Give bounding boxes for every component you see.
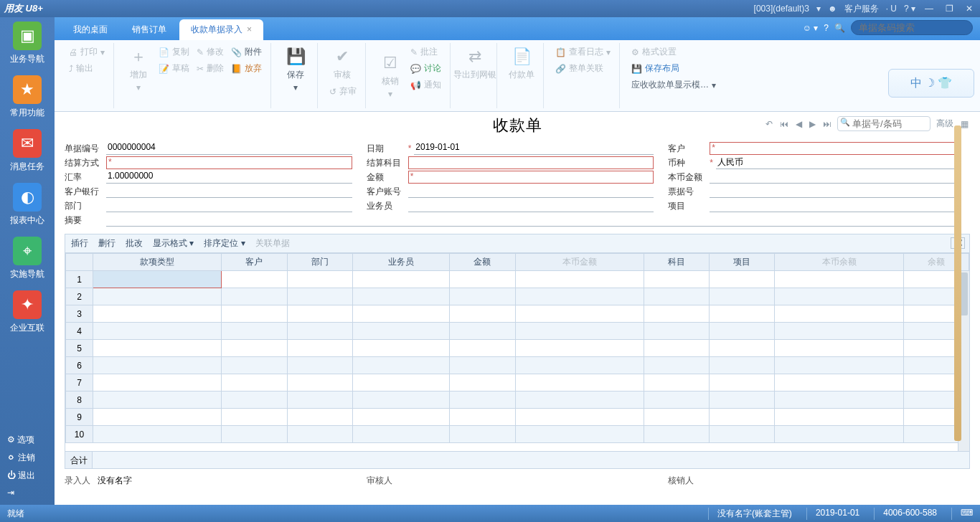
copy-button[interactable]: 📄 复制	[156, 44, 192, 60]
table-row[interactable]: 4	[66, 323, 969, 340]
audit-button[interactable]: ✔审核	[326, 44, 358, 82]
table-row[interactable]: 6	[66, 357, 969, 374]
barcode-search-input[interactable]	[851, 20, 973, 35]
bus-field[interactable]	[408, 199, 654, 212]
down-icon[interactable]: ▾	[816, 4, 821, 14]
table-row[interactable]: 7	[66, 374, 969, 392]
options-button[interactable]: ⚙ 选项	[0, 431, 55, 449]
undo-icon[interactable]: ↶	[764, 118, 774, 130]
service-label[interactable]: 客户服务	[844, 3, 879, 15]
col-subject[interactable]: 科目	[644, 254, 709, 271]
col-project[interactable]: 项目	[710, 254, 775, 271]
dept-field[interactable]	[106, 199, 352, 212]
status-kb-icon[interactable]: ⌨	[951, 508, 973, 520]
table-row[interactable]: 9	[66, 409, 969, 426]
u-icon[interactable]: · U	[886, 4, 897, 14]
approve-button[interactable]: ✎ 批注	[407, 44, 444, 60]
discard-button[interactable]: 📙 放弃	[228, 61, 265, 76]
modify-button[interactable]: ✎ 修改	[194, 44, 227, 60]
col-dept[interactable]: 部门	[287, 254, 352, 271]
rate-field[interactable]: 1.00000000	[106, 171, 352, 184]
nav-business[interactable]: ▣业务导航	[10, 22, 44, 65]
abandon-button[interactable]: ↺ 弃审	[326, 84, 359, 99]
bill-field[interactable]	[710, 185, 956, 198]
acct-field[interactable]	[408, 185, 654, 198]
first-icon[interactable]: ⏮	[778, 118, 790, 130]
pay-button[interactable]: 📄付款单	[506, 44, 537, 82]
subject-field[interactable]	[408, 156, 654, 169]
number-field[interactable]: 0000000004	[106, 142, 352, 155]
col-local[interactable]: 本币金额	[515, 254, 644, 271]
save-button[interactable]: 💾保存▾	[280, 44, 311, 94]
table-row[interactable]: 8	[66, 392, 969, 409]
discuss-button[interactable]: 💬 讨论	[407, 61, 444, 76]
nav-reports[interactable]: ◐报表中心	[10, 183, 44, 227]
doc-search-input[interactable]	[837, 116, 930, 131]
tab-sales-order[interactable]: 销售订单	[121, 19, 178, 40]
col-bus[interactable]: 业务员	[352, 254, 449, 271]
customer-field[interactable]: *	[710, 142, 956, 155]
proj-field[interactable]	[710, 199, 956, 212]
check-button[interactable]: ☑核销▾	[374, 44, 406, 107]
insert-row-button[interactable]: 插行	[71, 237, 88, 250]
nav-favorites[interactable]: ★常用功能	[10, 75, 44, 119]
settle-field[interactable]: *	[106, 156, 352, 169]
col-customer[interactable]: 客户	[222, 254, 287, 271]
assoc-button[interactable]: 关联单据	[255, 237, 290, 250]
col-localbal[interactable]: 本币余额	[775, 254, 903, 271]
delete-row-button[interactable]: 删行	[98, 237, 116, 250]
table-row[interactable]: 1	[66, 271, 969, 288]
sort-button[interactable]: 排序定位 ▾	[204, 237, 245, 250]
help-dd-icon[interactable]: ? ▾	[904, 4, 915, 14]
display-template-button[interactable]: 应收收款单显示模… ▾	[628, 77, 719, 92]
tab-close-icon[interactable]: ×	[247, 24, 252, 34]
table-row[interactable]: 5	[66, 340, 969, 357]
nav-messages[interactable]: ✉消息任务	[10, 129, 44, 173]
output-button[interactable]: ⤴ 输出	[66, 61, 108, 76]
amount-field[interactable]: *	[408, 171, 654, 184]
collapse-icon[interactable]: ⇥	[0, 485, 55, 500]
export-button[interactable]: ⇄导出到网银	[459, 44, 491, 82]
table-row[interactable]: 2	[66, 288, 969, 305]
memo-field[interactable]	[106, 214, 956, 227]
next-icon[interactable]: ▶	[808, 118, 817, 130]
col-type[interactable]: 款项类型	[93, 254, 222, 271]
exit-button[interactable]: ⏻ 退出	[0, 467, 55, 485]
closeall-button[interactable]: 🔗 整单关联	[552, 61, 613, 76]
nav-implement[interactable]: ⌖实施导航	[10, 237, 44, 280]
close-icon[interactable]: ✕	[963, 3, 976, 14]
batch-button[interactable]: 批改	[126, 237, 143, 250]
outer-scrollbar[interactable]	[954, 125, 961, 441]
delete-button[interactable]: ✂ 删除	[194, 61, 227, 76]
globe-icon[interactable]: ☻	[828, 4, 837, 14]
face-icon[interactable]: ☺ ▾	[803, 23, 819, 33]
prev-icon[interactable]: ◀	[794, 118, 804, 130]
table-row[interactable]: 10	[66, 426, 969, 443]
attach-button[interactable]: 📎 附件	[228, 44, 265, 60]
date-field[interactable]: 2019-01-01	[414, 142, 654, 155]
log-button[interactable]: 📋 查看日志 ▾	[552, 44, 613, 60]
tab-desktop[interactable]: 我的桌面	[62, 19, 119, 40]
status-bar: 就绪 没有名字(账套主管) 2019-01-01 4006-600-588 ⌨	[0, 505, 980, 522]
bank-field[interactable]	[106, 185, 352, 198]
help-icon[interactable]: ?	[824, 23, 829, 33]
table-row[interactable]: 3	[66, 305, 969, 323]
display-fmt-button[interactable]: 显示格式 ▾	[153, 237, 194, 250]
notify-button[interactable]: 📢 通知	[407, 77, 444, 92]
format-button[interactable]: ⚙ 格式设置	[628, 44, 719, 60]
tab-receipt-entry[interactable]: 收款单据录入×	[179, 19, 263, 40]
draft-button[interactable]: 📝 草稿	[156, 61, 192, 76]
minimize-icon[interactable]: —	[923, 3, 936, 14]
currency-field[interactable]: 人民币	[716, 156, 956, 169]
last-icon[interactable]: ⏭	[821, 118, 833, 130]
advanced-link[interactable]: 高级	[935, 116, 955, 131]
print-button[interactable]: 🖨 打印 ▾	[66, 44, 108, 60]
col-amount[interactable]: 金额	[450, 254, 515, 271]
save-layout-button[interactable]: 💾 保存布局	[628, 61, 719, 76]
nav-enterprise[interactable]: ✦企业互联	[10, 290, 44, 334]
logout-button[interactable]: ⭘ 注销	[0, 449, 55, 467]
account-label[interactable]: [003](default)3	[754, 4, 809, 14]
restore-icon[interactable]: ❐	[943, 3, 956, 14]
local-field[interactable]	[710, 171, 956, 184]
add-button[interactable]: ＋增加▾	[123, 44, 154, 94]
